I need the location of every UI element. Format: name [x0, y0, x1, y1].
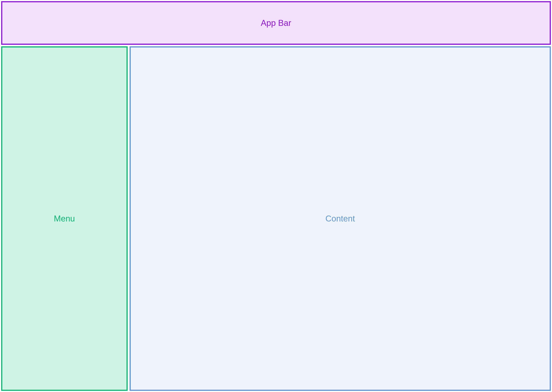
body-row: Menu Content [1, 46, 551, 391]
content-label: Content [326, 214, 355, 223]
app-bar: App Bar [1, 1, 551, 45]
layout-root: App Bar Menu Content [0, 0, 552, 392]
menu-panel: Menu [1, 46, 128, 391]
menu-label: Menu [54, 214, 75, 223]
app-bar-label: App Bar [261, 18, 291, 28]
content-panel: Content [130, 46, 551, 391]
